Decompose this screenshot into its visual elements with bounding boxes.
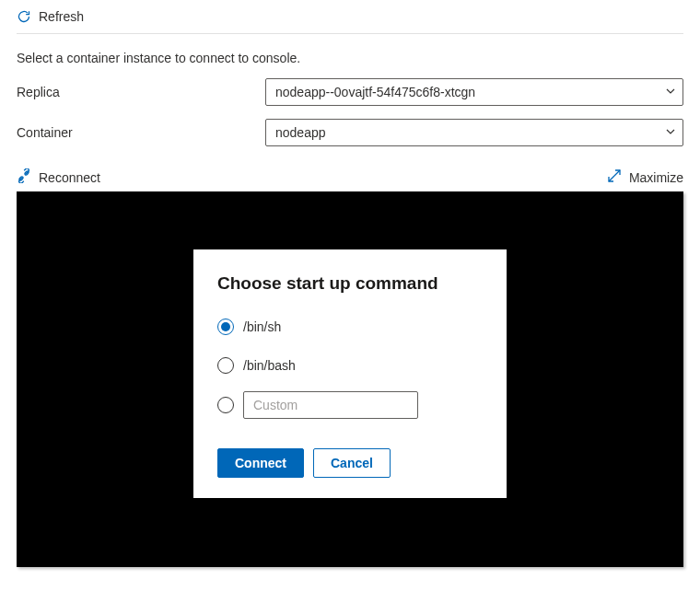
- console-toolbar: Reconnect Maximize: [17, 168, 683, 186]
- container-select[interactable]: nodeapp: [265, 119, 683, 146]
- dialog-title: Choose start up command: [217, 273, 483, 294]
- refresh-button-label[interactable]: Refresh: [39, 9, 84, 24]
- replica-label: Replica: [17, 85, 265, 99]
- maximize-icon: [607, 168, 622, 186]
- reconnect-icon: [17, 168, 31, 186]
- replica-select[interactable]: nodeapp--0ovajtf-54f475c6f8-xtcgn: [265, 78, 683, 106]
- container-select-value: nodeapp: [275, 125, 326, 140]
- cancel-button[interactable]: Cancel: [313, 448, 391, 478]
- connect-button[interactable]: Connect: [217, 448, 304, 478]
- radio-option-custom[interactable]: [217, 391, 483, 419]
- console-area: Choose start up command /bin/sh /bin/bas…: [17, 191, 683, 567]
- radio-label-binbash[interactable]: /bin/bash: [243, 358, 296, 373]
- radio-input-custom[interactable]: [217, 397, 234, 413]
- radio-option-binbash[interactable]: /bin/bash: [217, 353, 483, 378]
- radio-label-binsh[interactable]: /bin/sh: [243, 319, 281, 334]
- reconnect-label: Reconnect: [39, 170, 100, 185]
- container-row: Container nodeapp: [17, 119, 683, 146]
- startup-command-dialog: Choose start up command /bin/sh /bin/bas…: [193, 249, 507, 498]
- replica-row: Replica nodeapp--0ovajtf-54f475c6f8-xtcg…: [17, 78, 683, 106]
- custom-command-input[interactable]: [243, 391, 418, 419]
- maximize-button[interactable]: Maximize: [607, 168, 683, 186]
- radio-option-binsh[interactable]: /bin/sh: [217, 314, 483, 340]
- refresh-icon[interactable]: [17, 9, 31, 24]
- replica-select-value: nodeapp--0ovajtf-54f475c6f8-xtcgn: [275, 85, 475, 99]
- instruction-text: Select a container instance to connect t…: [17, 51, 683, 65]
- radio-input-binbash[interactable]: [217, 357, 234, 374]
- dialog-actions: Connect Cancel: [217, 448, 483, 478]
- top-toolbar: Refresh: [17, 9, 683, 34]
- maximize-label: Maximize: [629, 170, 683, 185]
- container-label: Container: [17, 125, 265, 140]
- radio-input-binsh[interactable]: [217, 319, 234, 335]
- reconnect-button[interactable]: Reconnect: [17, 168, 100, 186]
